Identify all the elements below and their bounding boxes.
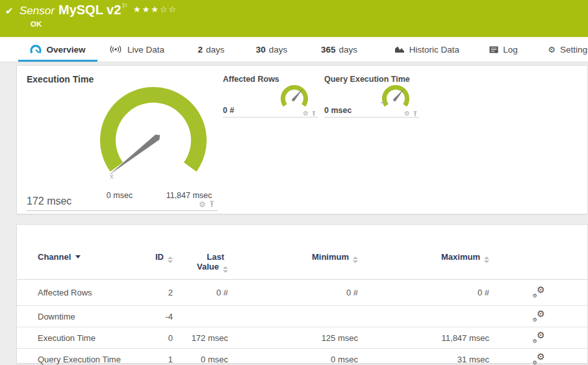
tab-label: Live Data xyxy=(127,45,164,55)
channel-settings-icon[interactable]: ⚙⚙ xyxy=(532,311,545,322)
mini-gauge-title: Affected Rows xyxy=(223,75,279,84)
tab-label: Historic Data xyxy=(409,45,459,55)
sort-arrows-icon xyxy=(484,257,489,263)
gauge-settings-icon[interactable]: ⚙ xyxy=(303,110,309,117)
pin-icon[interactable] xyxy=(413,108,418,120)
tab-365-days[interactable]: 365 days xyxy=(313,37,365,62)
cell-maximum: 31 msec xyxy=(358,355,489,364)
log-icon xyxy=(489,46,498,53)
gauge-min-label: 0 msec xyxy=(94,191,146,200)
cell-channel[interactable]: Execution Time xyxy=(38,333,136,343)
tab-2-days[interactable]: 2 days xyxy=(188,37,234,62)
cell-minimum: 0 msec xyxy=(228,355,358,364)
cell-id: -4 xyxy=(136,312,173,321)
cell-channel[interactable]: Query Execution Time xyxy=(38,355,136,364)
tab-log[interactable]: Log xyxy=(481,37,526,62)
gauge-settings-icon[interactable]: ⚙ xyxy=(199,201,206,208)
pin-icon[interactable] xyxy=(209,199,215,210)
cell-last-value: 0 msec xyxy=(173,355,228,364)
stars-empty: ☆☆ xyxy=(160,5,177,14)
tab-historic-data[interactable]: Historic Data xyxy=(385,37,469,62)
execution-time-gauge[interactable]: x̄ xyxy=(86,80,220,182)
sort-arrows-icon xyxy=(168,257,173,263)
main-gauge-title: Execution Time xyxy=(27,74,94,84)
gauge-icon xyxy=(30,45,42,55)
sort-arrows-icon xyxy=(353,257,358,263)
status-badge: OK xyxy=(31,20,42,28)
table-row[interactable]: Downtime -4 ⚙⚙ xyxy=(17,306,587,327)
sensor-type-label: Sensor xyxy=(19,5,55,18)
divider xyxy=(223,117,318,118)
column-header-id[interactable]: ID xyxy=(136,252,173,263)
cell-id: 1 xyxy=(136,355,173,364)
cell-last-value: 172 msec xyxy=(173,333,228,343)
table-row[interactable]: Query Execution Time 1 0 msec 0 msec 31 … xyxy=(17,349,587,365)
channel-table-panel: Channel ID Last Value Minimum Maximum Af… xyxy=(16,224,588,364)
channel-settings-icon[interactable]: ⚙⚙ xyxy=(532,287,545,298)
mini-gauge-title: Query Execution Time xyxy=(324,75,410,84)
header-label: Maximum xyxy=(441,252,480,262)
sort-caret-icon xyxy=(75,255,81,258)
table-header-row: Channel ID Last Value Minimum Maximum xyxy=(17,225,587,280)
column-header-last-value[interactable]: Last Value xyxy=(173,252,228,273)
tab-settings[interactable]: ⚙ Settings xyxy=(541,37,588,62)
priority-stars[interactable]: ★★★☆☆ xyxy=(133,5,177,14)
tab-number: 365 xyxy=(321,45,336,55)
divider xyxy=(27,210,218,211)
tab-label: days xyxy=(206,45,225,55)
gauge-settings-icon[interactable]: ⚙ xyxy=(404,110,410,117)
gauge-corner-icons: ⚙ xyxy=(199,199,215,210)
tab-number: 30 xyxy=(256,45,266,55)
column-header-channel[interactable]: Channel xyxy=(38,252,136,262)
table-row[interactable]: Execution Time 0 172 msec 125 msec 11,84… xyxy=(17,327,587,349)
channel-settings-icon[interactable]: ⚙⚙ xyxy=(532,333,545,344)
gauge-corner-icons: ⚙ xyxy=(303,108,316,120)
tab-live-data[interactable]: Live Data xyxy=(104,37,169,62)
sensor-name: MySQL v2 xyxy=(58,3,121,18)
cell-maximum: 11,847 msec xyxy=(358,333,489,343)
cell-minimum: 0 # xyxy=(228,288,358,297)
cell-last-value: 0 # xyxy=(173,288,228,297)
header-label: Last xyxy=(207,252,224,262)
header-label: Minimum xyxy=(312,252,349,262)
tab-label: days xyxy=(269,45,288,55)
column-header-minimum[interactable]: Minimum xyxy=(228,252,358,263)
cell-minimum: 125 msec xyxy=(228,333,358,343)
status-check-icon: ✔ xyxy=(5,5,14,17)
mini-gauge-value: 0 # xyxy=(223,106,234,115)
cell-channel[interactable]: Affected Rows xyxy=(38,288,136,297)
pin-icon[interactable] xyxy=(311,108,316,120)
tab-number: 2 xyxy=(198,45,203,55)
cell-id: 2 xyxy=(136,288,173,297)
header-label: Value xyxy=(197,262,219,271)
tab-label: Settings xyxy=(560,45,588,55)
prtg-sensor-page: ✔ Sensor MySQL v2 ⚐ ★★★☆☆ OK Overview xyxy=(0,0,588,365)
tab-label: days xyxy=(339,45,358,55)
divider xyxy=(324,117,419,118)
gauges-panel: Execution Time x̄ 0 msec 11,847 msec 172… xyxy=(16,65,588,214)
mini-gauge-affected-rows: Affected Rows 0 # ⚙ xyxy=(223,72,318,118)
table-row[interactable]: Affected Rows 2 0 # 0 # 0 # ⚙⚙ xyxy=(17,280,587,306)
gauge-current-value: 172 msec xyxy=(27,195,71,207)
tab-overview[interactable]: Overview xyxy=(18,37,97,62)
cell-id: 0 xyxy=(136,333,173,343)
column-header-maximum[interactable]: Maximum xyxy=(358,252,489,263)
header-label: ID xyxy=(155,252,164,262)
sort-arrows-icon xyxy=(223,266,228,273)
cell-channel[interactable]: Downtime xyxy=(38,312,136,321)
tab-30-days[interactable]: 30 days xyxy=(246,37,298,62)
cell-maximum: 0 # xyxy=(358,288,489,297)
historic-chart-icon xyxy=(394,45,405,53)
stars-filled: ★★★ xyxy=(133,5,160,14)
channel-settings-icon[interactable]: ⚙⚙ xyxy=(532,354,545,365)
gauge-corner-icons: ⚙ xyxy=(404,108,418,120)
active-tab-underline xyxy=(18,60,97,62)
header-label: Channel xyxy=(38,252,71,262)
tab-bar: Overview Live Data 2 days 30 days 365 da… xyxy=(0,37,588,62)
flag-icon[interactable]: ⚐ xyxy=(121,2,128,10)
mini-gauge-value: 0 msec xyxy=(324,106,352,115)
settings-gear-icon: ⚙ xyxy=(548,45,556,55)
mini-gauge-query-execution-time: Query Execution Time 0 msec ⚙ xyxy=(324,72,419,118)
tab-label: Overview xyxy=(46,45,85,55)
tab-label: Log xyxy=(503,45,518,55)
